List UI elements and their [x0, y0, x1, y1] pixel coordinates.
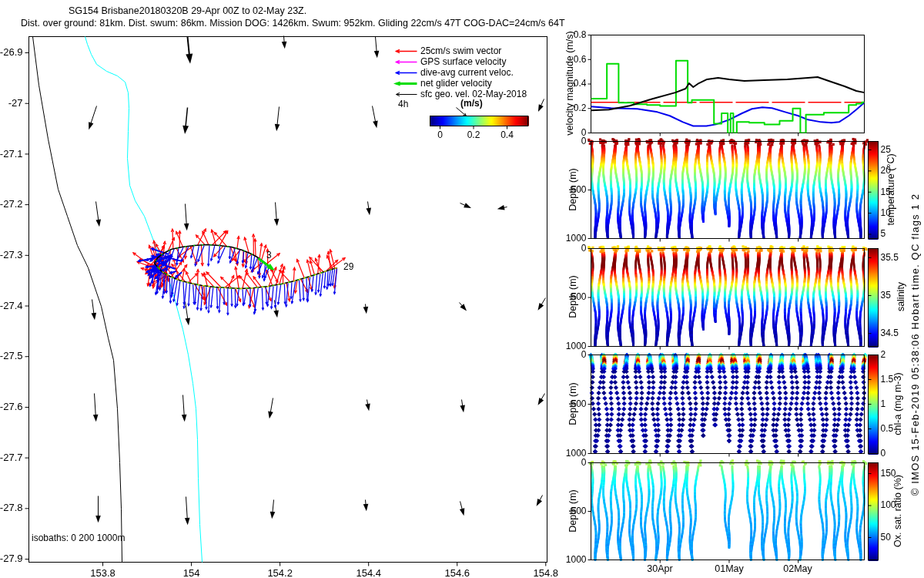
xtick-02may: 02May [783, 563, 812, 574]
legend-item-swim-vector: 25cm/s swim vector [420, 45, 501, 56]
isobaths-note: isobaths: 0 200 1000m [32, 533, 125, 543]
legend-item-net-glider: net glider velocity [420, 78, 492, 89]
legend-item-gps-velocity: GPS surface velocity [420, 56, 506, 67]
depth-axis-label-chl: Depth (m) [567, 382, 578, 425]
scale-tag: 4h [398, 99, 408, 109]
map-subtitle: Dist. over ground: 81km. Dist. swum: 86k… [21, 18, 565, 29]
depth-axis-label-sal: Depth (m) [567, 275, 578, 318]
colorbar-label-temperature: temperature (°C) [886, 153, 896, 225]
legend-item-dive-avg: dive-avg current veloc. [420, 67, 514, 78]
colorbar-label-oxygen: Ox. sat. ratio (%) [892, 475, 903, 547]
colorbar-label-salinity: salinity [896, 282, 906, 311]
depth-axis-label-temp: Depth (m) [567, 168, 578, 211]
map-title: SG154 Brisbane20180320B 29-Apr 00Z to 02… [69, 5, 306, 16]
glider-mission-figure: SG154 Brisbane20180320B 29-Apr 00Z to 02… [0, 0, 924, 578]
xtick-01may: 01May [715, 563, 744, 574]
velocity-axis-label: velocity magnitude (m/s) [564, 31, 575, 135]
scale-units: (m/s) [460, 98, 483, 109]
imos-attribution: © IMOS 15-Feb-2019 05:38:06 Hobart time.… [909, 193, 921, 496]
dive-label-29: 29 [343, 261, 353, 272]
depth-axis-label-ox: Depth (m) [567, 489, 578, 533]
xtick-30apr: 30Apr [647, 563, 672, 574]
dive-label-3: 3 [266, 250, 272, 260]
colorbar-label-chl: chl-a (mg m-3) [892, 372, 903, 435]
